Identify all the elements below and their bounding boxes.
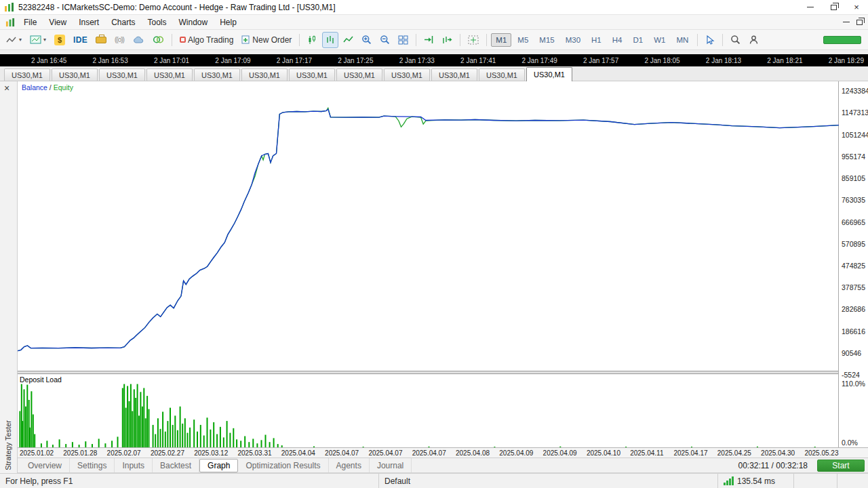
chart-tab[interactable]: US30,M1: [431, 68, 477, 81]
y-axis-label: 378755: [842, 283, 865, 291]
panel-close-icon[interactable]: ×: [4, 83, 9, 93]
line-chart-button[interactable]: [340, 32, 357, 48]
tester-tabs: OverviewSettingsInputsBacktestGraphOptim…: [20, 458, 412, 472]
zoom-in-button[interactable]: [358, 32, 375, 48]
chart-tab[interactable]: US30,M1: [99, 68, 145, 81]
timeframe-m30[interactable]: M30: [561, 33, 585, 47]
chart-tab[interactable]: US30,M1: [146, 68, 193, 81]
tester-tab-graph[interactable]: Graph: [199, 459, 238, 472]
tester-tab-inputs[interactable]: Inputs: [115, 458, 153, 472]
chart-legend: Balance / Equity: [22, 83, 73, 92]
timeframe-mn[interactable]: MN: [671, 33, 693, 47]
menu-tools[interactable]: Tools: [142, 15, 173, 29]
minimize-button[interactable]: [799, 0, 822, 14]
timeframe-w1[interactable]: W1: [649, 33, 670, 47]
chart-tab[interactable]: US30,M1: [4, 68, 50, 81]
account-button[interactable]: [745, 32, 762, 48]
chart-tab[interactable]: US30,M1: [289, 68, 335, 81]
tile-windows-button[interactable]: [395, 32, 412, 48]
tester-tab-agents[interactable]: Agents: [329, 458, 370, 472]
chart-tab[interactable]: US30,M1: [526, 67, 572, 81]
time-label: 2 Jan 17:17: [277, 57, 312, 64]
candlestick-chart-button[interactable]: [304, 32, 321, 48]
time-label: 2 Jan 17:33: [399, 57, 435, 64]
time-label: 2 Jan 18:05: [644, 57, 679, 64]
restore-button[interactable]: [822, 0, 845, 14]
deposit-load-bar: [177, 430, 178, 447]
tester-tab-optimization-results[interactable]: Optimization Results: [238, 458, 328, 472]
deposit-load-bar: [19, 411, 20, 448]
deposit-load-bar: [138, 415, 140, 447]
chart-tab[interactable]: US30,M1: [384, 68, 430, 81]
deposit-load-bar: [189, 428, 191, 447]
timeframe-m5[interactable]: M5: [513, 33, 533, 47]
chart-tab[interactable]: US30,M1: [241, 68, 288, 81]
toolbox-button[interactable]: [92, 32, 110, 48]
deposit-load-chart: [18, 375, 839, 447]
new-order-button[interactable]: New Order: [238, 32, 295, 48]
cloud-button[interactable]: [129, 32, 148, 48]
algo-trading-label: Algo Trading: [188, 35, 233, 45]
date-axis-label: 2025.05.23: [804, 449, 838, 457]
y-axis-label: 90546: [842, 349, 861, 357]
child-minimize-icon[interactable]: [843, 22, 850, 22]
menu-insert[interactable]: Insert: [73, 15, 105, 29]
menu-view[interactable]: View: [43, 15, 73, 29]
chart-tab[interactable]: US30,M1: [52, 68, 98, 81]
auto-scroll-button[interactable]: [439, 32, 456, 48]
tester-tab-backtest[interactable]: Backtest: [153, 458, 199, 472]
signals-button[interactable]: ((o)): [111, 32, 127, 48]
strategy-tester-workspace: × Strategy Tester Balance / Equity Depos…: [0, 81, 868, 447]
tester-tab-overview[interactable]: Overview: [20, 458, 70, 472]
chart-line-style-button[interactable]: ▾: [3, 32, 25, 48]
menu-file[interactable]: File: [18, 15, 43, 29]
timeframe-h1[interactable]: H1: [587, 33, 606, 47]
timeframe-d1[interactable]: D1: [628, 33, 648, 47]
start-button[interactable]: Start: [817, 460, 865, 472]
deposit-load-bar: [273, 438, 275, 447]
new-chart-button[interactable]: ▾: [26, 32, 50, 48]
chart-menu-icon[interactable]: [5, 18, 15, 27]
cursor-button[interactable]: [702, 32, 718, 48]
date-axis-label: 2025.04.07: [325, 449, 359, 457]
tester-tab-journal[interactable]: Journal: [370, 458, 412, 472]
deposit-load-bar: [233, 428, 234, 447]
zigzag-line-icon: [6, 36, 17, 44]
auto-scroll-icon: [442, 35, 452, 44]
balance-equity-pane[interactable]: Balance / Equity: [18, 81, 838, 371]
deposit-load-bar: [197, 432, 198, 447]
close-button[interactable]: ×: [845, 0, 868, 14]
bar-chart-button[interactable]: [322, 32, 338, 48]
menu-help[interactable]: Help: [214, 15, 243, 29]
new-order-icon: [241, 35, 250, 44]
algo-trading-button[interactable]: Algo Trading: [176, 32, 237, 48]
menu-window[interactable]: Window: [173, 15, 214, 29]
deposit-load-bar: [165, 432, 166, 447]
status-bar: For Help, press F1 Default 135.54 ms: [0, 473, 868, 488]
deposit-load-bar: [134, 389, 135, 447]
connection-status[interactable]: 135.54 ms: [717, 474, 793, 488]
chart-tab[interactable]: US30,M1: [194, 68, 240, 81]
chart-tab[interactable]: US30,M1: [336, 68, 382, 81]
balance-line: [18, 109, 839, 351]
deposit-load-pane[interactable]: Deposit Load: [18, 374, 838, 447]
ide-button[interactable]: IDE: [70, 32, 91, 48]
chart-shift-button[interactable]: [420, 32, 437, 48]
profile-selector[interactable]: Default: [378, 474, 717, 488]
zoom-out-button[interactable]: [376, 32, 393, 48]
child-window-controls: [843, 20, 868, 25]
search-button[interactable]: [727, 32, 744, 48]
chart-tab[interactable]: US30,M1: [479, 68, 525, 81]
child-restore-icon[interactable]: [856, 20, 863, 25]
y-axis-label: 1051244: [842, 131, 868, 139]
crosshair-button[interactable]: [465, 32, 482, 48]
market-watch-button[interactable]: $: [51, 32, 68, 48]
deposit-load-bar: [213, 422, 214, 447]
status-segment: [837, 474, 868, 488]
menu-charts[interactable]: Charts: [105, 15, 141, 29]
timeframe-m1[interactable]: M1: [491, 33, 511, 47]
timeframe-m15[interactable]: M15: [534, 33, 559, 47]
community-button[interactable]: [149, 32, 167, 48]
tester-tab-settings[interactable]: Settings: [70, 458, 115, 472]
timeframe-h4[interactable]: H4: [608, 33, 627, 47]
